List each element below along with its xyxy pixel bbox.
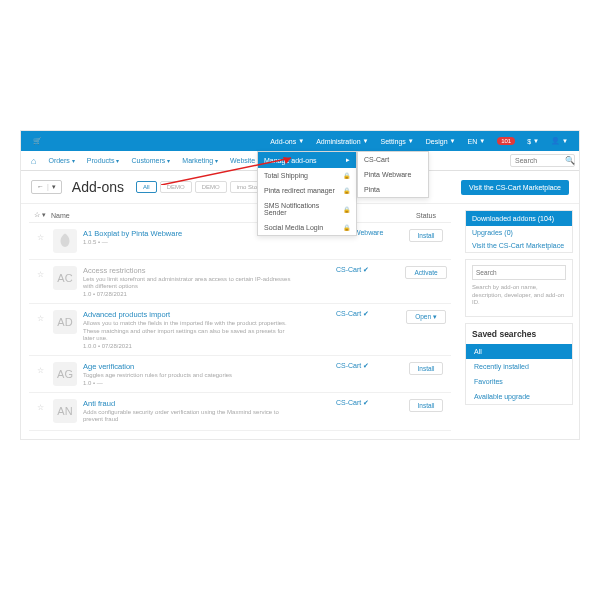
addon-meta: 1.0 • 07/28/2021 [83,291,336,297]
status-button[interactable]: Open ▾ [406,310,446,324]
page-title: Add-ons [72,179,124,195]
addon-desc: Toggles age restriction rules for produc… [83,372,293,379]
addon-body: Access restrictionsLets you limit storef… [83,266,336,297]
lock-icon: 🔒 [343,172,350,179]
addon-meta: 1.0.0 • 07/28/2021 [83,343,336,349]
addons-submenu: CS-Cart Pinta Webware Pinta [357,151,429,198]
addon-status: Install [401,229,451,242]
saved-header: Saved searches [466,324,572,344]
search-input[interactable] [515,157,565,164]
search-box: Search by add-on name, description, deve… [465,259,573,317]
status-button[interactable]: Activate [405,266,446,279]
user-icon[interactable]: 👤▼ [546,137,573,145]
addon-desc: Allows you to match the fields in the im… [83,320,293,342]
filter-demo2[interactable]: DEMO [195,181,227,193]
addon-meta: 1.0 • — [83,380,336,386]
search-icon[interactable]: 🔍 [565,156,575,165]
addon-status: Install [401,399,451,412]
lock-icon: 🔒 [343,206,350,213]
cart-icon: 🛒 [27,137,42,145]
submenu-pinta[interactable]: Pinta [358,182,428,197]
addon-name[interactable]: Advanced products import [83,310,336,319]
col-status[interactable]: Status [401,212,451,219]
addon-desc: Lets you limit storefront and administra… [83,276,293,290]
addon-name[interactable]: Age verification [83,362,336,371]
menu-social-login[interactable]: Social Media Login🔒 [258,220,356,235]
saved-favorites[interactable]: Favorites [466,374,572,389]
addon-name[interactable]: Anti fraud [83,399,336,408]
addon-developer[interactable]: CS-Cart ✔ [336,266,401,274]
saved-all[interactable]: All [466,344,572,359]
star-toggle[interactable]: ☆ [29,310,51,323]
addon-row: ☆ACAccess restrictionsLets you limit sto… [29,260,451,304]
addon-status: Open ▾ [401,310,451,324]
global-search[interactable]: 🔍 [510,154,575,167]
nav-products[interactable]: Products▾ [81,157,126,164]
addon-row: ☆ADAdvanced products importAllows you to… [29,304,451,356]
addon-body: Age verificationToggles age restriction … [83,362,336,386]
topmenu-currency[interactable]: $▼ [522,138,544,145]
saved-searches: Saved searches All Recently installed Fa… [465,323,573,405]
status-button[interactable]: Install [409,399,444,412]
star-toggle[interactable]: ☆ [29,266,51,279]
search-hint: Search by add-on name, description, deve… [472,284,566,311]
sidebar-search-input[interactable] [472,265,566,280]
nav-customers[interactable]: Customers▾ [125,157,176,164]
addon-row: ☆ANAnti fraudAdds configurable security … [29,393,451,430]
addon-name[interactable]: Access restrictions [83,266,336,275]
filter-demo1[interactable]: DEMO [160,181,192,193]
addon-status: Activate [401,266,451,279]
visit-marketplace-button[interactable]: Visit the CS-Cart Marketplace [461,180,569,195]
submenu-pinta-webware[interactable]: Pinta Webware [358,167,428,182]
addon-meta: 1.0.5 • — [83,239,336,245]
addon-developer[interactable]: CS-Cart ✔ [336,399,401,407]
addon-row: ☆A1 Boxplat by Pinta Webware1.0.5 • —Pin… [29,223,451,260]
star-toggle[interactable]: ☆ [29,399,51,412]
star-toggle[interactable]: ☆ [29,229,51,242]
topmenu-language[interactable]: EN▼ [462,138,490,145]
topmenu-addons[interactable]: Add-ons▼ [265,138,309,145]
downloaded-box: Downloaded addons (104) Upgrades (0) Vis… [465,210,573,253]
menu-total-shipping[interactable]: Total Shipping🔒 [258,168,356,183]
addon-body: Advanced products importAllows you to ma… [83,310,336,349]
home-icon[interactable]: ⌂ [25,156,42,166]
nav-marketing[interactable]: Marketing▾ [176,157,224,164]
notifications[interactable]: 101 [492,137,520,145]
addon-desc: Adds configurable security order verific… [83,409,293,423]
addon-icon: AN [53,399,77,423]
addon-status: Install [401,362,451,375]
status-button[interactable]: Install [409,229,444,242]
addon-icon: AC [53,266,77,290]
col-star[interactable]: ☆ ▾ [29,211,51,219]
status-button[interactable]: Install [409,362,444,375]
addon-icon [53,229,77,253]
topmenu-administration[interactable]: Administration▼ [311,138,373,145]
visit-link[interactable]: Visit the CS-Cart Marketplace [466,239,572,252]
downloaded-header: Downloaded addons (104) [466,211,572,226]
filter-all[interactable]: All [136,181,157,193]
addon-body: Anti fraudAdds configurable security ord… [83,399,336,423]
addon-developer[interactable]: CS-Cart ✔ [336,310,401,318]
nav-orders[interactable]: Orders▾ [42,157,80,164]
lock-icon: 🔒 [343,224,350,231]
lock-icon: 🔒 [343,187,350,194]
submenu-cscart[interactable]: CS-Cart [358,152,428,167]
menu-pinta-redirect[interactable]: Pinta redirect manager🔒 [258,183,356,198]
upgrades-link[interactable]: Upgrades (0) [466,226,572,239]
topmenu-settings[interactable]: Settings▼ [375,138,418,145]
menu-sms-notifications[interactable]: SMS Notifications Sender🔒 [258,198,356,220]
addon-row: ☆AGAge verificationToggles age restricti… [29,356,451,393]
star-toggle[interactable]: ☆ [29,362,51,375]
addon-icon: AD [53,310,77,334]
addon-icon: AG [53,362,77,386]
addons-dropdown: Manage add-ons▸ Total Shipping🔒 Pinta re… [257,151,357,236]
saved-available[interactable]: Available upgrade [466,389,572,404]
saved-recent[interactable]: Recently installed [466,359,572,374]
addon-developer[interactable]: CS-Cart ✔ [336,362,401,370]
menu-manage-addons[interactable]: Manage add-ons▸ [258,152,356,168]
topmenu-design[interactable]: Design▼ [421,138,461,145]
back-button[interactable]: ← | ▾ [31,180,62,194]
